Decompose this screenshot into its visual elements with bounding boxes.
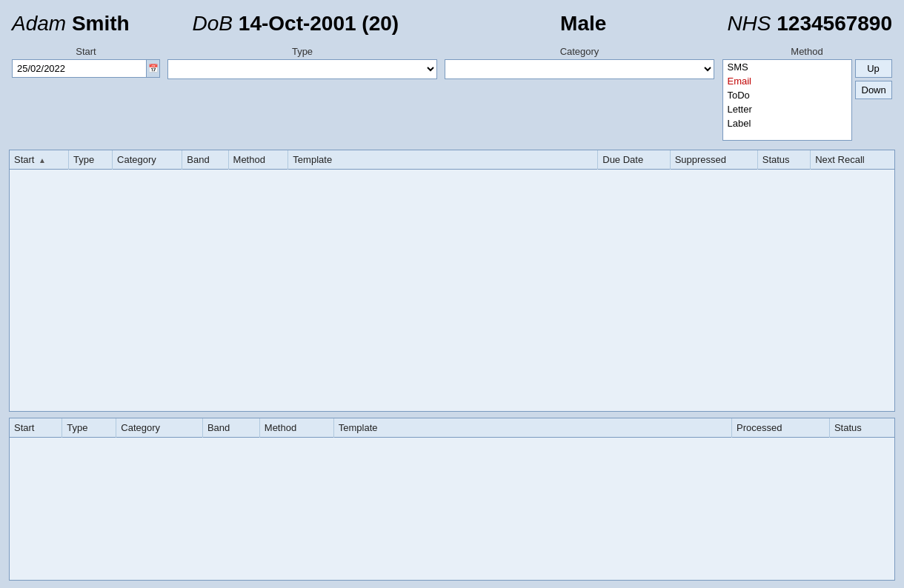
patient-name: Adam Smith <box>12 12 130 36</box>
method-group: Method SMS Email ToDo Letter Label Up Do… <box>722 46 892 141</box>
upper-table-header-row: Start ▲ Type Category Band Method Templa… <box>10 150 894 170</box>
upper-table-header: Start ▲ Type Category Band Method Templa… <box>10 150 894 170</box>
form-section: Start 📅 Type Category Method <box>9 43 895 144</box>
col-next-recall[interactable]: Next Recall <box>811 150 894 170</box>
type-label: Type <box>292 46 313 57</box>
lower-table: Start Type Category Band Method Template… <box>10 418 894 438</box>
method-item-email[interactable]: Email <box>723 74 851 88</box>
lower-col-template[interactable]: Template <box>333 418 731 438</box>
col-status[interactable]: Status <box>757 150 810 170</box>
upper-table-empty <box>10 170 894 411</box>
down-button[interactable]: Down <box>855 81 892 99</box>
method-buttons: Up Down <box>855 59 892 99</box>
type-group: Type <box>167 46 437 79</box>
patient-header: Adam Smith DoB 14-Oct-2001 (20) Male NHS… <box>9 7 895 37</box>
nhs-label: NHS <box>727 12 771 35</box>
method-item-label[interactable]: Label <box>723 116 851 130</box>
patient-last-name: Smith <box>72 12 130 35</box>
method-label: Method <box>791 46 822 57</box>
calendar-icon: 📅 <box>148 64 159 73</box>
upper-table: Start ▲ Type Category Band Method Templa… <box>10 150 894 170</box>
category-select[interactable] <box>445 59 714 79</box>
col-type[interactable]: Type <box>69 150 113 170</box>
col-template[interactable]: Template <box>288 150 598 170</box>
upper-table-body <box>10 170 894 411</box>
method-item-letter[interactable]: Letter <box>723 102 851 116</box>
dob-value: 14-Oct-2001 (20) <box>239 12 399 35</box>
lower-col-status[interactable]: Status <box>829 418 894 438</box>
col-method[interactable]: Method <box>228 150 288 170</box>
col-category[interactable]: Category <box>113 150 182 170</box>
lower-col-start[interactable]: Start <box>10 418 62 438</box>
lower-table-section: Start Type Category Band Method Template… <box>9 418 895 581</box>
nhs-number: 1234567890 <box>777 12 892 35</box>
lower-col-processed[interactable]: Processed <box>732 418 830 438</box>
patient-nhs-section: NHS 1234567890 <box>727 12 892 36</box>
lower-table-empty <box>10 438 894 580</box>
date-input-wrapper: 📅 <box>12 59 160 78</box>
method-row: SMS Email ToDo Letter Label Up Down <box>722 59 892 141</box>
lower-col-category[interactable]: Category <box>116 418 203 438</box>
patient-gender: Male <box>439 12 727 36</box>
dob-label: DoB <box>193 12 233 35</box>
method-item-sms[interactable]: SMS <box>723 60 851 74</box>
col-suppressed[interactable]: Suppressed <box>670 150 757 170</box>
col-band[interactable]: Band <box>182 150 228 170</box>
lower-table-header-row: Start Type Category Band Method Template… <box>10 418 894 438</box>
upper-table-section: Start ▲ Type Category Band Method Templa… <box>9 150 895 412</box>
calendar-button[interactable]: 📅 <box>146 60 159 77</box>
lower-table-body <box>10 438 894 580</box>
lower-col-method[interactable]: Method <box>259 418 333 438</box>
start-date-group: Start 📅 <box>12 46 160 78</box>
col-due-date[interactable]: Due Date <box>598 150 670 170</box>
lower-col-band[interactable]: Band <box>202 418 259 438</box>
main-container: Adam Smith DoB 14-Oct-2001 (20) Male NHS… <box>0 0 904 588</box>
start-date-input[interactable] <box>13 60 146 77</box>
col-start[interactable]: Start ▲ <box>10 150 69 170</box>
category-group: Category <box>445 46 714 79</box>
start-label: Start <box>76 46 96 57</box>
sort-arrow-start: ▲ <box>39 156 46 164</box>
up-button[interactable]: Up <box>855 59 892 78</box>
patient-first-name: Adam <box>12 12 66 35</box>
category-label: Category <box>560 46 599 57</box>
patient-dob-section: DoB 14-Oct-2001 (20) <box>152 12 439 36</box>
lower-table-header: Start Type Category Band Method Template… <box>10 418 894 438</box>
type-select[interactable] <box>167 59 437 79</box>
method-listbox[interactable]: SMS Email ToDo Letter Label <box>722 59 852 141</box>
method-item-todo[interactable]: ToDo <box>723 88 851 102</box>
lower-col-type[interactable]: Type <box>62 418 116 438</box>
